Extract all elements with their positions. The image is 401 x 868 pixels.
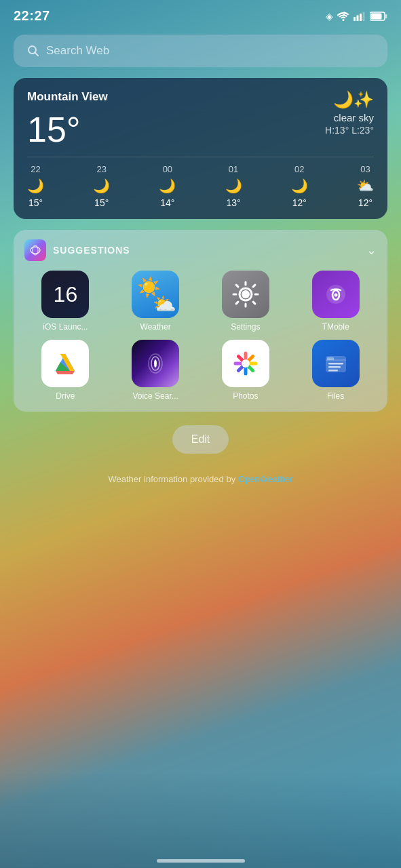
weather-hour-item: 03 ⛅ 12° bbox=[357, 164, 374, 208]
weather-hour-item: 02 🌙 12° bbox=[291, 164, 308, 208]
siri-icon bbox=[24, 239, 46, 261]
hour-time: 02 bbox=[294, 164, 304, 174]
edit-button[interactable]: Edit bbox=[172, 425, 229, 454]
battery-icon bbox=[370, 12, 387, 21]
hour-icon: 🌙 bbox=[291, 178, 308, 194]
app-label-drive: Drive bbox=[56, 391, 75, 401]
search-icon bbox=[27, 45, 39, 57]
search-bar[interactable]: Search Web bbox=[14, 35, 387, 67]
app-item-files[interactable]: Files bbox=[294, 340, 377, 401]
hour-temp: 15° bbox=[28, 197, 43, 208]
edit-button-container: Edit bbox=[0, 425, 401, 454]
weather-high: H:13° bbox=[325, 125, 349, 136]
hour-icon: 🌙 bbox=[27, 178, 44, 194]
hour-temp: 14° bbox=[160, 197, 174, 208]
weather-description-block: clear sky H:13° L:23° bbox=[325, 112, 374, 136]
app-label-ios-launcher: iOS Launc... bbox=[43, 322, 88, 332]
weather-hour-item: 00 🌙 14° bbox=[159, 164, 176, 208]
hour-temp: 12° bbox=[292, 197, 307, 208]
status-bar: 22:27 ◈ bbox=[0, 0, 401, 29]
app-label-photos: Photos bbox=[233, 391, 258, 401]
hour-time: 03 bbox=[360, 164, 370, 174]
svg-rect-22 bbox=[328, 363, 343, 365]
settings-app-icon bbox=[222, 271, 269, 318]
app-grid: 16 iOS Launc... ☀️ ⛅ Weather Settings TM… bbox=[24, 271, 377, 401]
dock-area bbox=[0, 773, 401, 868]
app-label-weather: Weather bbox=[140, 322, 171, 332]
weather-widget[interactable]: Mountain View 🌙✨ 15° clear sky H:13° L:2… bbox=[14, 78, 387, 219]
weather-low: L:23° bbox=[351, 125, 374, 136]
suggestions-title: SUGGESTIONS bbox=[53, 245, 130, 256]
app-label-voice: Voice Sear... bbox=[132, 391, 178, 401]
weather-header: Mountain View 🌙✨ bbox=[27, 90, 374, 109]
svg-rect-1 bbox=[357, 15, 359, 21]
weather-app-icon: ☀️ ⛅ bbox=[132, 271, 179, 318]
svg-rect-24 bbox=[328, 370, 338, 372]
search-bar-placeholder: Search Web bbox=[46, 44, 109, 58]
suggestions-title-row: SUGGESTIONS bbox=[24, 239, 130, 261]
hour-time: 23 bbox=[96, 164, 106, 174]
svg-point-9 bbox=[31, 247, 40, 254]
weather-high-low: H:13° L:23° bbox=[325, 125, 374, 136]
svg-rect-6 bbox=[385, 14, 387, 18]
hour-time: 01 bbox=[229, 164, 238, 174]
app-item-weather[interactable]: ☀️ ⛅ Weather bbox=[115, 271, 197, 332]
location-icon: ◈ bbox=[326, 11, 333, 22]
hour-time: 00 bbox=[163, 164, 172, 174]
svg-rect-23 bbox=[328, 366, 341, 368]
hour-icon: 🌙 bbox=[225, 178, 242, 194]
app-item-tmoble[interactable]: TMoble bbox=[294, 271, 377, 332]
svg-rect-21 bbox=[327, 357, 334, 360]
svg-point-15 bbox=[334, 294, 337, 297]
weather-description: clear sky bbox=[325, 112, 374, 123]
weather-city: Mountain View bbox=[27, 90, 108, 104]
weather-hour-item: 01 🌙 13° bbox=[225, 164, 242, 208]
hour-temp: 13° bbox=[226, 197, 240, 208]
siri-swirl bbox=[28, 243, 42, 257]
hour-icon: 🌙 bbox=[159, 178, 176, 194]
footer-text: Weather information provided by OpenWeat… bbox=[0, 474, 401, 484]
hour-icon: ⛅ bbox=[357, 178, 374, 194]
hour-temp: 12° bbox=[358, 197, 373, 208]
weather-hour-item: 23 🌙 15° bbox=[93, 164, 110, 208]
weather-temperature: 15° bbox=[27, 112, 81, 147]
app-item-drive[interactable]: Drive bbox=[24, 340, 107, 401]
photos-app-icon bbox=[222, 340, 269, 387]
chevron-down-icon[interactable]: ⌄ bbox=[366, 243, 377, 258]
drive-app-icon bbox=[41, 340, 89, 387]
app-label-files: Files bbox=[327, 391, 344, 401]
signal-icon bbox=[354, 12, 366, 21]
tmoble-app-icon bbox=[312, 271, 360, 318]
wifi-icon bbox=[337, 12, 349, 21]
openweather-link[interactable]: OpenWeather bbox=[238, 474, 293, 484]
suggestions-header: SUGGESTIONS ⌄ bbox=[24, 239, 377, 261]
files-app-icon bbox=[312, 340, 360, 387]
weather-hourly: 22 🌙 15° 23 🌙 15° 00 🌙 14° 01 🌙 13° 02 🌙… bbox=[27, 157, 374, 208]
svg-point-11 bbox=[242, 290, 250, 298]
hour-time: 22 bbox=[31, 164, 40, 174]
app-item-settings[interactable]: Settings bbox=[205, 271, 287, 332]
svg-line-8 bbox=[35, 53, 39, 56]
svg-rect-5 bbox=[371, 13, 382, 19]
status-time: 22:27 bbox=[14, 8, 50, 24]
voice-app-icon bbox=[132, 340, 179, 387]
hour-icon: 🌙 bbox=[93, 178, 110, 194]
weather-temp-row: 15° clear sky H:13° L:23° bbox=[27, 112, 374, 147]
weather-hour-item: 22 🌙 15° bbox=[27, 164, 44, 208]
svg-rect-0 bbox=[354, 17, 356, 21]
hour-temp: 15° bbox=[94, 197, 109, 208]
svg-rect-3 bbox=[363, 12, 365, 21]
app-item-photos[interactable]: Photos bbox=[205, 340, 287, 401]
weather-night-icon: 🌙✨ bbox=[333, 90, 374, 109]
svg-rect-2 bbox=[360, 14, 362, 21]
app-label-tmoble: TMoble bbox=[322, 322, 349, 332]
app-item-ios-launcher[interactable]: 16 iOS Launc... bbox=[24, 271, 107, 332]
svg-point-18 bbox=[154, 359, 157, 368]
status-icons: ◈ bbox=[326, 11, 387, 22]
app-item-voice[interactable]: Voice Sear... bbox=[115, 340, 197, 401]
ios-launcher-icon: 16 bbox=[41, 271, 89, 318]
footer-attribution: Weather information provided by bbox=[109, 474, 238, 484]
svg-point-19 bbox=[242, 359, 250, 368]
app-label-settings: Settings bbox=[231, 322, 260, 332]
home-indicator bbox=[157, 859, 245, 863]
